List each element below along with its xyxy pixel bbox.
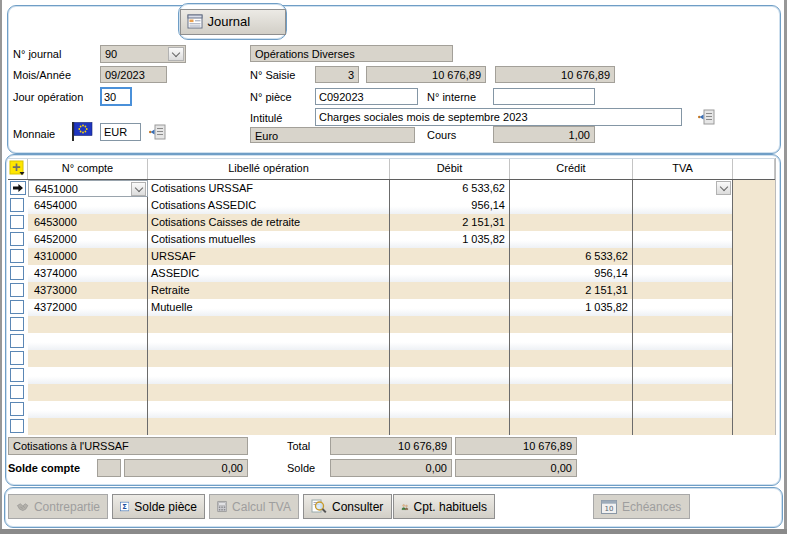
cell-credit[interactable]: 2 151,31 bbox=[510, 282, 633, 299]
cell-debit[interactable] bbox=[390, 401, 510, 418]
chevron-down-icon[interactable] bbox=[716, 181, 731, 195]
cell-credit[interactable] bbox=[510, 384, 633, 401]
cell-debit[interactable]: 956,14 bbox=[390, 197, 510, 214]
row-selector[interactable] bbox=[8, 418, 28, 435]
row-selector[interactable] bbox=[8, 333, 28, 350]
cell-debit[interactable]: 1 035,82 bbox=[390, 231, 510, 248]
cell-tva[interactable] bbox=[633, 180, 733, 197]
row-selector[interactable] bbox=[8, 231, 28, 248]
cell-libelle[interactable]: Retraite bbox=[148, 282, 390, 299]
cell-tva[interactable] bbox=[633, 384, 733, 401]
cell-compte[interactable]: 4310000 bbox=[28, 248, 148, 265]
row-selector[interactable] bbox=[8, 384, 28, 401]
cell-libelle[interactable]: Cotisations Caisses de retraite bbox=[148, 214, 390, 231]
cell-debit[interactable] bbox=[390, 384, 510, 401]
cell-libelle[interactable]: Cotisations URSSAF bbox=[148, 180, 390, 197]
cell-credit[interactable]: 956,14 bbox=[510, 265, 633, 282]
cell-credit[interactable] bbox=[510, 214, 633, 231]
row-selector[interactable] bbox=[8, 214, 28, 231]
cell-tva[interactable] bbox=[633, 418, 733, 435]
row-selector[interactable] bbox=[8, 316, 28, 333]
cell-debit[interactable] bbox=[390, 367, 510, 384]
cell-credit[interactable]: 6 533,62 bbox=[510, 248, 633, 265]
cell-debit[interactable] bbox=[390, 418, 510, 435]
cell-debit[interactable] bbox=[390, 316, 510, 333]
row-selector[interactable] bbox=[8, 180, 28, 197]
cell-debit[interactable] bbox=[390, 333, 510, 350]
cell-credit[interactable] bbox=[510, 350, 633, 367]
cell-debit[interactable] bbox=[390, 265, 510, 282]
cell-compte[interactable] bbox=[28, 384, 148, 401]
row-selector[interactable] bbox=[8, 299, 28, 316]
cell-tva[interactable] bbox=[633, 214, 733, 231]
title-input[interactable] bbox=[315, 108, 682, 126]
cell-debit[interactable]: 2 151,31 bbox=[390, 214, 510, 231]
cell-tva[interactable] bbox=[633, 265, 733, 282]
cell-credit[interactable] bbox=[510, 401, 633, 418]
cell-credit[interactable] bbox=[510, 180, 633, 197]
currency-code-input[interactable] bbox=[100, 123, 141, 141]
row-selector[interactable] bbox=[8, 282, 28, 299]
row-selector[interactable] bbox=[8, 197, 28, 214]
chevron-down-icon[interactable] bbox=[168, 47, 184, 61]
cell-libelle[interactable] bbox=[148, 401, 390, 418]
add-row-header-cell[interactable] bbox=[8, 159, 28, 179]
cell-libelle[interactable] bbox=[148, 350, 390, 367]
journal-number-combobox[interactable]: 90 bbox=[100, 45, 186, 63]
cell-compte[interactable]: 4373000 bbox=[28, 282, 148, 299]
row-selector[interactable] bbox=[8, 401, 28, 418]
cell-tva[interactable] bbox=[633, 350, 733, 367]
cell-tva[interactable] bbox=[633, 299, 733, 316]
cell-tva[interactable] bbox=[633, 282, 733, 299]
cell-credit[interactable] bbox=[510, 367, 633, 384]
cell-credit[interactable] bbox=[510, 197, 633, 214]
cell-libelle[interactable]: URSSAF bbox=[148, 248, 390, 265]
row-selector[interactable] bbox=[8, 367, 28, 384]
cell-tva[interactable] bbox=[633, 197, 733, 214]
cell-compte[interactable] bbox=[28, 401, 148, 418]
cell-compte[interactable]: 6453000 bbox=[28, 214, 148, 231]
cell-libelle[interactable]: Cotisations mutuelles bbox=[148, 231, 390, 248]
cell-libelle[interactable]: ASSEDIC bbox=[148, 265, 390, 282]
cell-libelle[interactable]: Cotisations ASSEDIC bbox=[148, 197, 390, 214]
cell-compte[interactable] bbox=[28, 367, 148, 384]
piece-number-input[interactable] bbox=[315, 88, 418, 105]
chevron-down-icon[interactable] bbox=[131, 182, 146, 196]
cell-tva[interactable] bbox=[633, 231, 733, 248]
cell-tva[interactable] bbox=[633, 248, 733, 265]
row-selector[interactable] bbox=[8, 265, 28, 282]
row-selector[interactable] bbox=[8, 350, 28, 367]
cell-libelle[interactable] bbox=[148, 367, 390, 384]
cell-debit[interactable] bbox=[390, 350, 510, 367]
cell-compte[interactable] bbox=[28, 333, 148, 350]
consulter-button[interactable]: Consulter bbox=[303, 494, 392, 519]
cell-libelle[interactable]: Mutuelle bbox=[148, 299, 390, 316]
cell-debit[interactable]: 6 533,62 bbox=[390, 180, 510, 197]
cell-tva[interactable] bbox=[633, 367, 733, 384]
cell-credit[interactable] bbox=[510, 418, 633, 435]
cell-compte[interactable]: 6452000 bbox=[28, 231, 148, 248]
journal-button[interactable]: Journal bbox=[180, 9, 286, 35]
currency-lookup-icon[interactable] bbox=[148, 124, 166, 142]
title-lookup-icon[interactable] bbox=[697, 109, 715, 127]
cell-debit[interactable] bbox=[390, 282, 510, 299]
cpt-habituels-button[interactable]: Cpt. habituels bbox=[393, 494, 495, 519]
cell-compte[interactable] bbox=[28, 316, 148, 333]
cell-libelle[interactable] bbox=[148, 316, 390, 333]
cell-tva[interactable] bbox=[633, 333, 733, 350]
operation-day-input[interactable] bbox=[100, 87, 132, 106]
row-selector[interactable] bbox=[8, 248, 28, 265]
cell-compte[interactable] bbox=[28, 350, 148, 367]
cell-libelle[interactable] bbox=[148, 384, 390, 401]
cell-libelle[interactable] bbox=[148, 418, 390, 435]
cell-tva[interactable] bbox=[633, 316, 733, 333]
cell-compte[interactable]: 4374000 bbox=[28, 265, 148, 282]
cell-debit[interactable] bbox=[390, 248, 510, 265]
cell-compte[interactable]: 6454000 bbox=[28, 197, 148, 214]
cell-credit[interactable] bbox=[510, 316, 633, 333]
cell-compte[interactable]: 6451000 bbox=[28, 180, 148, 197]
cell-libelle[interactable] bbox=[148, 333, 390, 350]
cell-credit[interactable] bbox=[510, 333, 633, 350]
solde-piece-button[interactable]: Σ Solde pièce bbox=[112, 494, 205, 519]
cell-credit[interactable]: 1 035,82 bbox=[510, 299, 633, 316]
